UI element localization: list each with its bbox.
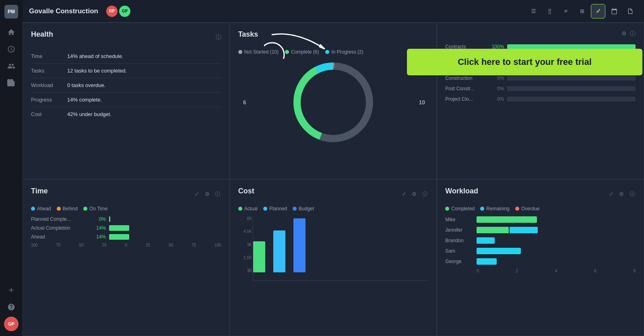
avatar-gp[interactable]: GP — [119, 6, 130, 17]
cost-settings-icon[interactable]: ⚙ — [411, 191, 418, 198]
cost-bar-planned — [273, 230, 285, 272]
donut-svg — [293, 62, 374, 143]
time-info-icon[interactable]: ⓘ — [214, 191, 221, 198]
time-bar-fill-actual — [109, 225, 129, 231]
time-bar-fill-ahead-container — [109, 234, 221, 240]
progress-row: Construction 0% — [445, 75, 636, 81]
donut-label-top: 2 — [332, 62, 335, 68]
workload-bar-brandon-remaining — [477, 237, 495, 244]
time-expand-icon[interactable]: ⤢ — [193, 191, 200, 198]
table-view-button[interactable]: ⊞ — [575, 4, 589, 19]
legend-dot-complete — [285, 50, 289, 54]
legend-label-on-time: On Time — [89, 206, 107, 212]
legend-label-remaining: Remaining — [486, 206, 509, 212]
list-view-button[interactable]: ☰ — [526, 4, 541, 19]
health-value-workload: 0 tasks overdue. — [67, 82, 105, 88]
workload-rows: Mike Jennifer Brandon — [445, 216, 636, 265]
time-bar-ahead: Ahead 14% — [31, 234, 221, 240]
health-row-cost: Cost 42% under budget. — [31, 107, 221, 121]
progress-row: Post Constr... 0% — [445, 86, 636, 91]
workload-row-sam: Sam — [445, 248, 636, 254]
time-settings-icon[interactable]: ⚙ — [204, 191, 211, 198]
tasks-legend: Not Started (10) Complete (6) In Progres… — [238, 49, 429, 55]
legend-planned: Planned — [263, 206, 287, 212]
time-title: Time — [31, 187, 48, 195]
sidebar-item-add[interactable] — [4, 283, 19, 297]
free-trial-text: Click here to start your free trial — [458, 57, 592, 67]
time-bar-fill-planned — [109, 216, 110, 222]
time-bar-label-actual: Actual Completion — [31, 225, 87, 231]
workload-bars-mike — [477, 216, 636, 223]
time-bar-fill-planned-container — [109, 216, 221, 222]
avatar-rp[interactable]: RP — [106, 6, 118, 17]
time-bar-label-planned: Planned Comple... — [31, 216, 87, 222]
legend-overdue: Overdue — [515, 206, 540, 212]
legend-label-planned: Planned — [269, 206, 287, 212]
user-avatar-bottom[interactable]: GP — [4, 317, 19, 331]
donut-label-right: 10 — [419, 99, 425, 106]
workload-header: Workload ⤢ ⚙ ⓘ — [445, 187, 636, 201]
toolbar-icons: ☰ ⣿ ≡ ⊞ ✓ — [526, 4, 638, 19]
topbar: Govalle Construction RP GP ☰ ⣿ ≡ ⊞ ✓ — [23, 0, 644, 23]
calendar-view-button[interactable] — [607, 4, 621, 19]
health-rows: Time 14% ahead of schedule. Tasks 12 tas… — [31, 49, 221, 121]
progress-settings-icon[interactable]: ⚙ — [621, 30, 627, 37]
donut-label-left: 6 — [243, 99, 246, 106]
tasks-header: Tasks — [238, 30, 429, 44]
legend-dot-completed — [445, 207, 449, 211]
time-bar-fill-ahead — [109, 234, 129, 240]
workload-info-icon[interactable]: ⓘ — [628, 191, 636, 198]
workload-row-mike: Mike — [445, 216, 636, 223]
legend-dot-behind — [57, 207, 61, 211]
workload-expand-icon[interactable]: ⤢ — [607, 191, 615, 198]
health-row-time: Time 14% ahead of schedule. — [31, 49, 221, 64]
time-axis: 100 75 50 25 0 25 50 75 100 — [31, 243, 221, 247]
health-label-time: Time — [31, 53, 67, 59]
progress-info-icon[interactable]: ⓘ — [630, 30, 636, 37]
health-value-tasks: 12 tasks to be completed. — [67, 68, 127, 74]
time-bar-actual: Actual Completion 14% — [31, 225, 221, 231]
workload-name-jennifer: Jennifer — [445, 227, 473, 233]
tasks-panel: Tasks Not Started (10) Complete (6) In P… — [230, 23, 437, 179]
app-logo[interactable]: PM — [4, 5, 18, 19]
sidebar-item-home[interactable] — [4, 25, 19, 39]
workload-name-sam: Sam — [445, 248, 473, 254]
cost-bars — [253, 216, 429, 281]
progress-bar-bg — [507, 76, 636, 81]
workload-settings-icon[interactable]: ⚙ — [618, 191, 625, 198]
donut-chart: 2 6 10 — [238, 58, 429, 147]
file-view-button[interactable] — [623, 4, 638, 19]
cost-info-icon[interactable]: ⓘ — [421, 191, 428, 198]
legend-completed: Completed — [445, 206, 475, 212]
legend-label-ahead: Ahead — [37, 206, 51, 212]
free-trial-banner[interactable]: Click here to start your free trial — [407, 49, 642, 75]
legend-label-actual: Actual — [244, 206, 258, 212]
menu-view-button[interactable]: ≡ — [559, 4, 573, 19]
progress-icons: ⚙ ⓘ — [445, 30, 636, 37]
workload-bars-brandon — [477, 237, 636, 244]
sidebar-item-briefcase[interactable] — [4, 76, 19, 90]
progress-row-name: Project Clo... — [445, 96, 485, 102]
main-area: Govalle Construction RP GP ☰ ⣿ ≡ ⊞ ✓ Cli… — [23, 0, 644, 336]
sidebar-item-help[interactable] — [4, 300, 19, 314]
health-header: Health ⓘ — [31, 30, 221, 44]
legend-ahead: Ahead — [31, 206, 51, 212]
chart-view-button[interactable]: ✓ — [591, 4, 605, 19]
columns-view-button[interactable]: ⣿ — [543, 4, 557, 19]
sidebar-item-people[interactable] — [4, 59, 19, 73]
sidebar-item-clock[interactable] — [4, 42, 19, 56]
health-info-icon[interactable]: ⓘ — [216, 34, 221, 41]
workload-name-brandon: Brandon — [445, 238, 473, 243]
time-bar-pct-ahead2: 14% — [91, 234, 106, 240]
workload-panel-icons: ⤢ ⚙ ⓘ — [607, 191, 636, 198]
legend-label-completed: Completed — [451, 206, 475, 212]
workload-row-jennifer: Jennifer — [445, 227, 636, 233]
progress-bar-bg — [507, 97, 636, 102]
avatar-group: RP GP — [106, 6, 130, 17]
time-bars: Planned Comple... 0% Actual Completion 1… — [31, 216, 221, 240]
cost-expand-icon[interactable]: ⤢ — [400, 191, 407, 198]
cost-bar-group-1 — [253, 241, 265, 272]
sidebar: PM GP — [0, 0, 23, 336]
legend-behind: Behind — [57, 206, 78, 212]
legend-on-time: On Time — [83, 206, 107, 212]
